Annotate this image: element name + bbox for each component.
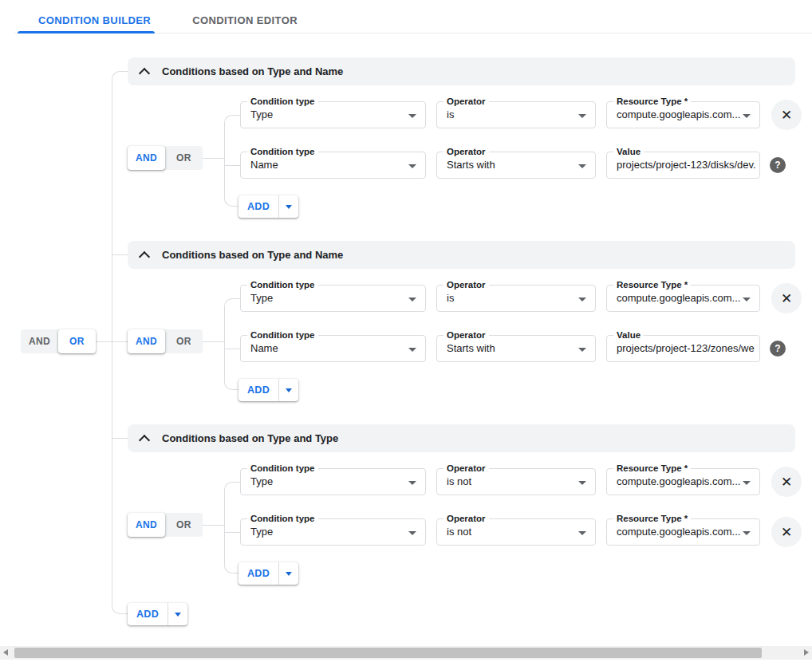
dropdown-arrow-icon bbox=[408, 348, 416, 352]
add-dropdown-arrow-icon[interactable] bbox=[175, 613, 181, 617]
group-header[interactable]: Conditions based on Type and Type bbox=[128, 424, 795, 452]
condition-type-select[interactable]: Condition type Type bbox=[240, 285, 426, 312]
dropdown-arrow-icon bbox=[578, 114, 586, 118]
add-button-label[interactable]: ADD bbox=[238, 201, 278, 212]
condition-type-select[interactable]: Condition type Type bbox=[240, 518, 426, 546]
add-condition-button[interactable]: ADD bbox=[238, 195, 298, 218]
scroll-right-arrow-icon[interactable] bbox=[804, 649, 809, 656]
and-option[interactable]: AND bbox=[128, 329, 165, 353]
add-button-label[interactable]: ADD bbox=[128, 609, 168, 620]
group-header[interactable]: Conditions based on Type and Name bbox=[128, 241, 795, 269]
connector-line bbox=[224, 532, 240, 533]
remove-condition-button[interactable]: ✕ bbox=[771, 283, 802, 313]
help-icon[interactable]: ? bbox=[770, 341, 786, 357]
add-dropdown-arrow-icon[interactable] bbox=[286, 205, 292, 209]
add-condition-button[interactable]: ADD bbox=[238, 562, 298, 585]
field-label: Resource Type * bbox=[613, 463, 691, 475]
add-condition-group-button[interactable]: ADD bbox=[128, 603, 187, 625]
and-or-toggle: AND OR bbox=[128, 329, 203, 353]
condition-type-select[interactable]: Condition type Name bbox=[240, 335, 426, 362]
dropdown-arrow-icon bbox=[743, 114, 751, 118]
collapse-chevron-icon[interactable] bbox=[139, 67, 150, 78]
tab-bar: CONDITION BUILDER CONDITION EDITOR bbox=[18, 8, 318, 33]
dropdown-arrow-icon bbox=[408, 531, 416, 535]
add-button-label[interactable]: ADD bbox=[238, 568, 278, 579]
inner-connector-bracket bbox=[224, 482, 240, 573]
add-condition-button[interactable]: ADD bbox=[238, 379, 298, 401]
operator-select[interactable]: Operator is not bbox=[436, 518, 596, 546]
resource-type-select[interactable]: Resource Type * compute.googleapis.com..… bbox=[606, 285, 760, 312]
dropdown-arrow-icon bbox=[578, 298, 586, 301]
dropdown-arrow-icon bbox=[743, 298, 751, 301]
dropdown-arrow-icon bbox=[578, 348, 586, 352]
field-label: Value bbox=[613, 146, 644, 158]
add-dropdown-arrow-icon[interactable] bbox=[286, 572, 292, 576]
field-label: Condition type bbox=[247, 279, 318, 291]
remove-condition-button[interactable]: ✕ bbox=[771, 467, 802, 497]
field-label: Operator bbox=[443, 146, 489, 158]
resource-type-select[interactable]: Resource Type * compute.googleapis.com..… bbox=[606, 101, 760, 128]
close-icon: ✕ bbox=[781, 524, 792, 541]
group-header[interactable]: Conditions based on Type and Name bbox=[128, 57, 795, 85]
field-label: Resource Type * bbox=[613, 96, 691, 108]
collapse-chevron-icon[interactable] bbox=[139, 434, 150, 445]
close-icon: ✕ bbox=[781, 474, 792, 491]
condition-type-select[interactable]: Condition type Type bbox=[240, 101, 426, 128]
operator-select[interactable]: Operator Starts with bbox=[436, 335, 596, 362]
group-title: Conditions based on Type and Name bbox=[162, 249, 343, 261]
button-divider bbox=[168, 603, 168, 625]
operator-select[interactable]: Operator Starts with bbox=[436, 152, 596, 179]
dropdown-arrow-icon bbox=[408, 481, 416, 485]
tab-condition-editor[interactable]: CONDITION EDITOR bbox=[171, 8, 318, 33]
condition-builder-panel: CONDITION BUILDER CONDITION EDITOR AND O… bbox=[0, 0, 812, 666]
dropdown-arrow-icon bbox=[578, 531, 586, 535]
button-divider bbox=[278, 379, 279, 401]
and-option[interactable]: AND bbox=[128, 513, 165, 537]
dropdown-arrow-icon bbox=[408, 164, 416, 168]
active-tab-underline bbox=[18, 31, 155, 33]
close-icon: ✕ bbox=[781, 107, 792, 124]
dropdown-arrow-icon bbox=[578, 481, 586, 485]
resource-type-select[interactable]: Resource Type * compute.googleapis.com..… bbox=[606, 468, 760, 495]
condition-type-select[interactable]: Condition type Name bbox=[240, 152, 426, 179]
resource-type-select[interactable]: Resource Type * compute.googleapis.com..… bbox=[606, 518, 760, 546]
or-option[interactable]: OR bbox=[165, 329, 203, 353]
operator-select[interactable]: Operator is bbox=[436, 285, 596, 312]
field-label: Value bbox=[613, 329, 644, 341]
button-divider bbox=[278, 195, 279, 218]
tab-condition-builder[interactable]: CONDITION BUILDER bbox=[18, 8, 171, 33]
operator-select[interactable]: Operator is bbox=[436, 101, 596, 128]
value-input[interactable]: Value projects/project-123/zones/we bbox=[606, 335, 760, 362]
scroll-left-arrow-icon[interactable] bbox=[3, 649, 8, 656]
remove-condition-button[interactable]: ✕ bbox=[771, 517, 802, 547]
connector-line bbox=[201, 341, 224, 342]
add-button-label[interactable]: ADD bbox=[238, 384, 278, 396]
condition-type-select[interactable]: Condition type Type bbox=[240, 468, 426, 495]
dropdown-arrow-icon bbox=[408, 114, 416, 118]
add-dropdown-arrow-icon[interactable] bbox=[286, 388, 292, 392]
condition-group-2: Conditions based on Type and Name AND OR… bbox=[0, 241, 812, 424]
field-label: Operator bbox=[443, 96, 489, 108]
and-option[interactable]: AND bbox=[128, 146, 165, 170]
value-input[interactable]: Value projects/project-123/disks/dev. bbox=[606, 152, 760, 179]
field-label: Condition type bbox=[247, 513, 318, 525]
or-option[interactable]: OR bbox=[165, 146, 203, 170]
field-label: Condition type bbox=[247, 96, 318, 108]
dropdown-arrow-icon bbox=[743, 481, 751, 485]
connector-line bbox=[224, 349, 240, 349]
button-divider bbox=[278, 562, 279, 585]
inner-connector-bracket bbox=[224, 115, 240, 207]
dropdown-arrow-icon bbox=[408, 298, 416, 301]
help-icon[interactable]: ? bbox=[770, 157, 786, 173]
field-label: Condition type bbox=[247, 146, 318, 158]
field-label: Condition type bbox=[247, 329, 318, 341]
collapse-chevron-icon[interactable] bbox=[139, 250, 150, 262]
remove-condition-button[interactable]: ✕ bbox=[771, 100, 802, 130]
operator-select[interactable]: Operator is not bbox=[436, 468, 596, 495]
horizontal-scrollbar[interactable] bbox=[0, 646, 812, 660]
field-label: Operator bbox=[443, 329, 489, 341]
field-label: Operator bbox=[443, 279, 489, 291]
connector-line bbox=[201, 525, 224, 526]
or-option[interactable]: OR bbox=[165, 513, 203, 537]
scrollbar-thumb[interactable] bbox=[14, 648, 762, 658]
